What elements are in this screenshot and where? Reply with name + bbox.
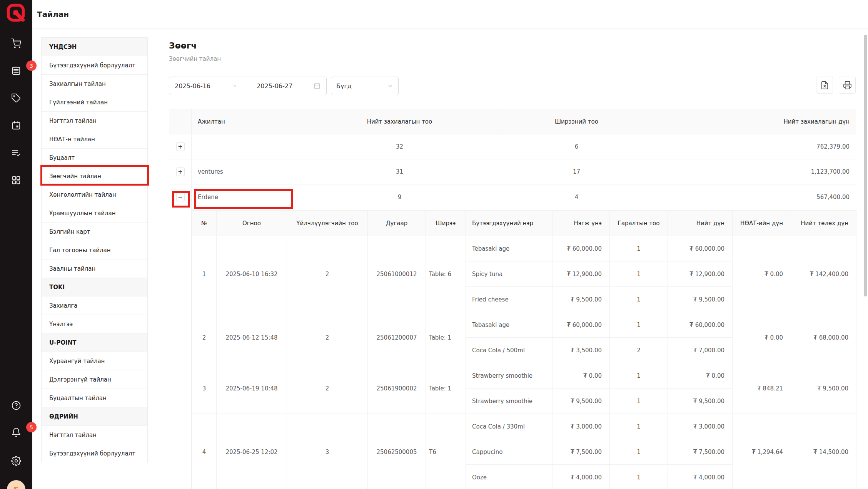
date-from-value[interactable]: 2025-06-16 <box>175 82 210 90</box>
unit-price: ₮ 12,900.00 <box>553 261 610 287</box>
product-name: Strawberry smoothie <box>466 389 553 414</box>
expand-row-button[interactable]: + <box>176 167 185 176</box>
line-total: ₮ 7,500.00 <box>668 439 733 465</box>
app-logo[interactable] <box>6 3 26 23</box>
pay-total: ₮ 142,400.00 <box>791 236 856 312</box>
calendar-icon[interactable] <box>11 121 21 131</box>
customer-count: 3 <box>287 414 368 489</box>
detail-row: 4 2025-06-25 12:02 3 25062500005 T6 Coca… <box>192 414 856 439</box>
page-title: Зөөгч <box>169 41 856 50</box>
order-number: 25062500005 <box>368 414 426 489</box>
sidebar-item-refund[interactable]: Буцаалт <box>42 149 147 167</box>
page-subtitle: Зөөгчийн тайлан <box>169 55 856 62</box>
apps-grid-icon[interactable] <box>11 175 21 185</box>
divider <box>169 71 856 71</box>
nav-rail <box>0 0 32 489</box>
sidebar-item-summary-report[interactable]: Нэгтгэл тайлан <box>42 112 147 130</box>
sidebar-item-gift-card[interactable]: Бэлгийн карт <box>42 223 147 241</box>
expand-row-spacer <box>169 210 192 489</box>
product-name: Ooze <box>466 465 553 489</box>
qty: 1 <box>610 439 668 465</box>
list-check-icon[interactable] <box>11 148 21 158</box>
col-header-vat: НӨАТ-ийн дүн <box>733 211 791 236</box>
sidebar-item-toki-order[interactable]: Захиалга <box>42 296 147 315</box>
sidebar-section-undsen: ҮНДСЭН <box>42 38 147 56</box>
sidebar-item-hall-report[interactable]: Заалны тайлан <box>42 260 147 278</box>
qty: 1 <box>610 465 668 489</box>
cart-icon[interactable] <box>11 39 21 49</box>
vat-amount: ₮ 1,294.64 <box>733 414 791 489</box>
date-range-picker[interactable]: 2025-06-16 → 2025-06-27 <box>169 77 327 95</box>
line-total: ₮ 60,000.00 <box>668 312 733 338</box>
customer-count: 2 <box>287 236 368 312</box>
bell-icon[interactable] <box>11 427 21 437</box>
detail-row: 1 2025-06-10 16:32 2 25061000012 Table: … <box>192 236 856 261</box>
employee-cell-erdene: Erdene <box>192 184 298 210</box>
sidebar-item-order-report[interactable]: Захиалгын тайлан <box>42 75 147 93</box>
sidebar-item-daily-product-sales[interactable]: Бүтээгдэхүүний борлуулалт <box>42 444 147 463</box>
expand-row-button[interactable]: + <box>176 142 185 151</box>
export-buttons <box>816 77 856 94</box>
table-name: T6 <box>426 414 466 489</box>
qty: 1 <box>610 363 668 389</box>
col-header-unit-price: Нэгж үнэ <box>553 211 610 236</box>
sidebar-item-toki-rating[interactable]: Үнэлгээ <box>42 315 147 333</box>
date-to-value[interactable]: 2025-06-27 <box>257 82 292 90</box>
filter-row: 2025-06-16 → 2025-06-27 Бүгд <box>169 77 856 95</box>
col-header-no: № <box>192 211 217 236</box>
line-total: ₮ 0.00 <box>668 363 733 389</box>
range-arrow-icon: → <box>231 82 236 89</box>
qty: 1 <box>610 312 668 338</box>
col-header-table: Ширээ <box>426 211 466 236</box>
sidebar-item-waiter-report[interactable]: Зөөгчийн тайлан <box>42 167 147 186</box>
product-name: Coca Cola / 330ml <box>466 414 553 439</box>
chevron-down-icon <box>387 83 393 89</box>
unit-price: ₮ 60,000.00 <box>553 312 610 338</box>
sidebar-item-discount-report[interactable]: Хөнгөлөлтийн тайлан <box>42 186 147 204</box>
main-panel: Зөөгч Зөөгчийн тайлан 2025-06-16 → 2025-… <box>169 37 856 489</box>
sidebar-item-product-sales[interactable]: Бүтээгдэхүүний борлуулалт <box>42 56 147 75</box>
print-button[interactable] <box>839 77 856 94</box>
unit-price: ₮ 3,500.00 <box>553 338 610 363</box>
order-date: 2025-06-10 16:32 <box>217 236 287 312</box>
orders-cell: 9 <box>298 184 501 210</box>
col-header-customers: Үйлчлүүлэгчийн тоо <box>287 211 368 236</box>
branch-select[interactable]: Бүгд <box>331 77 399 95</box>
order-no: 1 <box>192 236 217 312</box>
unit-price: ₮ 60,000.00 <box>553 236 610 261</box>
excel-file-icon <box>820 81 829 90</box>
sidebar-item-promotion-report[interactable]: Урамшууллын тайлан <box>42 204 147 223</box>
vertical-scrollbar-thumb[interactable] <box>864 35 867 296</box>
sidebar-item-daily-summary[interactable]: Нэгтгэл тайлан <box>42 426 147 444</box>
order-number: 25061000012 <box>368 236 426 312</box>
page-header-title: Тайлан <box>37 10 69 19</box>
unit-price: ₮ 9,500.00 <box>553 287 610 312</box>
excel-export-button[interactable] <box>816 77 833 94</box>
help-icon[interactable] <box>11 400 21 410</box>
qty: 1 <box>610 414 668 439</box>
report-sidebar: ҮНДСЭН Бүтээгдэхүүний борлуулалт Захиалг… <box>41 37 148 463</box>
tag-icon[interactable] <box>11 93 21 103</box>
orders-badge: 3 <box>26 60 37 71</box>
gear-icon[interactable] <box>11 456 21 466</box>
col-header-employee: Ажилтан <box>192 109 298 134</box>
sidebar-item-transaction-report[interactable]: Гүйлгээний тайлан <box>42 93 147 112</box>
line-total: ₮ 12,900.00 <box>668 261 733 287</box>
unit-price: ₮ 0.00 <box>553 363 610 389</box>
sidebar-section-odriin: ӨДРИЙН <box>42 407 147 426</box>
table-name: Table: 1 <box>426 363 466 414</box>
sidebar-item-upoint-summary[interactable]: Хураангуй тайлан <box>42 352 147 370</box>
sidebar-item-upoint-refund[interactable]: Буцаалтын тайлан <box>42 389 147 407</box>
sidebar-item-upoint-detail[interactable]: Дэлгэрэнгүй тайлан <box>42 370 147 389</box>
sidebar-item-kitchen-report[interactable]: Гал тогооны тайлан <box>42 241 147 260</box>
rail-divider <box>0 475 32 475</box>
printer-icon <box>843 81 852 90</box>
sidebar-item-vat-report[interactable]: НӨАТ-н тайлан <box>42 130 147 149</box>
tables-cell: 17 <box>501 159 652 184</box>
line-total: ₮ 60,000.00 <box>668 236 733 261</box>
product-name: Spicy tuna <box>466 261 553 287</box>
col-header-total-orders: Нийт захиалагын тоо <box>298 109 501 134</box>
orders-icon[interactable] <box>11 66 21 76</box>
collapse-row-button[interactable]: − <box>176 193 185 201</box>
order-number: 25061900002 <box>368 363 426 414</box>
